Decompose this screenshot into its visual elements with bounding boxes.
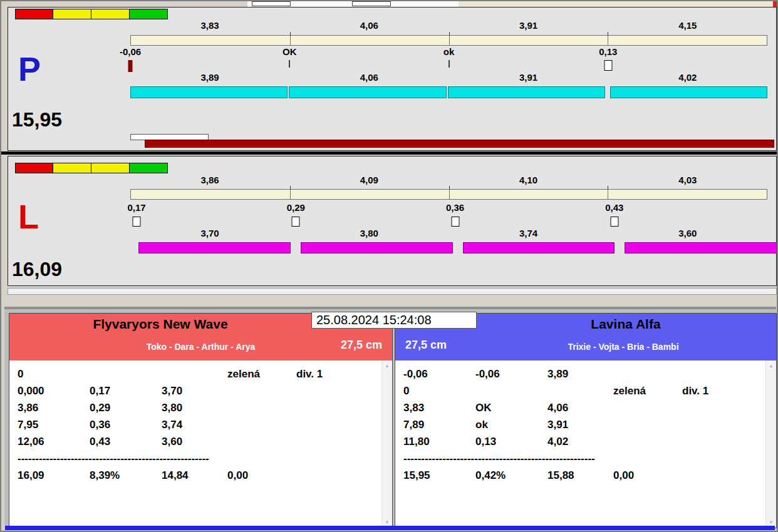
cell: ok — [475, 416, 547, 433]
cell: 3,80 — [162, 399, 227, 416]
lane-bars: 3,86 4,09 4,10 4,03 0,17 0,29 0,36 0,43 — [130, 156, 767, 285]
jump-height: 27,5 cm — [405, 339, 447, 352]
cell — [613, 399, 682, 416]
fault-indicator — [128, 60, 133, 72]
checkbox-marker[interactable] — [292, 217, 300, 227]
split-value: 4,03 — [608, 175, 767, 185]
cell — [296, 467, 392, 484]
upper-split-labels: 3,83 4,06 3,91 4,15 — [130, 20, 767, 31]
split-value: 3,83 — [130, 20, 289, 31]
checkbox-marker[interactable] — [610, 217, 618, 227]
change-value: OK — [283, 46, 297, 57]
bar-divider — [449, 36, 450, 45]
separator-dashes: ----------------------------------------… — [9, 450, 260, 467]
cell: 3,83 — [403, 399, 475, 416]
team-panel-right: Lavina Alfa Trixie - Vojta - Bria - Bamb… — [395, 313, 777, 528]
result-row: 7,89 ok 3,91 — [395, 416, 776, 433]
app-window: P 3,83 4,06 3,91 4,15 -0,06 OK ok 0,13 — [0, 0, 778, 532]
bar-segment — [463, 242, 615, 253]
split-value: 3,70 — [130, 228, 289, 238]
lane-letter: L — [18, 200, 39, 233]
cell: 12,06 — [18, 433, 90, 450]
lower-split-labels: 3,70 3,80 3,74 3,60 — [130, 228, 767, 238]
jump-height: 27,5 cm — [341, 339, 382, 352]
team-name: Lavina Alfa — [475, 317, 776, 332]
split-value: 4,06 — [289, 20, 449, 31]
totals-row: 16,09 8,39% 14,84 0,00 — [9, 467, 392, 484]
checkbox-marker[interactable] — [451, 217, 459, 227]
scale-yellow-box — [53, 9, 91, 19]
cell: zelená — [613, 382, 682, 399]
bottom-taskbar-strip — [5, 526, 775, 530]
bar-divider — [608, 190, 608, 199]
cell: -0,06 — [475, 366, 547, 382]
cell: 15,95 — [403, 467, 475, 484]
cell: 14,84 — [162, 467, 227, 484]
window-top-fragment — [1, 1, 777, 7]
tick-mark — [449, 186, 450, 190]
cell: div. 1 — [296, 366, 392, 382]
checkbox-marker[interactable] — [133, 217, 141, 227]
scroll-down-icon[interactable]: ▼ — [769, 519, 774, 525]
split-value: 4,09 — [289, 175, 449, 185]
cell — [227, 382, 296, 399]
result-row: 3,86 0,29 3,80 — [9, 399, 392, 416]
team-dogs: Toko - Dara - Arthur - Arya — [9, 342, 392, 352]
scale-yellow-box — [53, 163, 91, 173]
timing-lane-l: L 3,86 4,09 4,10 4,03 0,17 0,29 0,36 0,4… — [8, 156, 777, 286]
cell: 7,89 — [403, 416, 475, 433]
window-fragment-box — [252, 1, 291, 6]
result-row: 0,000 0,17 3,70 — [9, 382, 392, 399]
split-value: 3,60 — [608, 228, 767, 238]
cell: 0,00 — [613, 467, 682, 484]
lane-bars: 3,83 4,06 3,91 4,15 -0,06 OK ok 0,13 — [130, 8, 767, 150]
cell: 3,86 — [18, 399, 90, 416]
scroll-down-icon[interactable]: ▼ — [385, 519, 390, 525]
team-name: Flyvaryors New Wave — [9, 317, 311, 332]
scroll-up-icon[interactable]: ▲ — [385, 363, 390, 369]
scroll-up-icon[interactable]: ▲ — [769, 363, 774, 369]
tick-mark — [449, 32, 450, 36]
cell: 16,09 — [18, 467, 90, 484]
empty-progress-strip — [8, 288, 777, 295]
split-value: 3,80 — [289, 228, 449, 238]
scale-yellow-box — [91, 163, 130, 173]
bar-segment — [301, 242, 453, 253]
cell — [296, 399, 392, 416]
result-row: 7,95 0,36 3,74 — [9, 416, 392, 433]
tick-marker — [289, 60, 290, 68]
cell — [682, 399, 776, 416]
cell: 15,88 — [547, 467, 613, 484]
cell: 3,91 — [547, 416, 613, 433]
cell: 4,02 — [547, 433, 613, 450]
cell — [296, 382, 392, 399]
bar-divider — [608, 36, 608, 45]
timing-lane-p: P 3,83 4,06 3,91 4,15 -0,06 OK ok 0,13 — [8, 7, 777, 151]
team-dogs: Trixie - Vojta - Bria - Bambi — [470, 342, 776, 352]
split-value: 4,10 — [449, 175, 608, 185]
background-window-fragment — [459, 1, 773, 7]
tick-mark — [608, 32, 608, 36]
checkbox-marker[interactable] — [604, 60, 612, 71]
cell: 3,89 — [547, 366, 613, 382]
totals-row: 15,95 0,42% 15,88 0,00 — [395, 467, 776, 484]
datetime-display: 25.08.2024 15:24:08 — [311, 312, 477, 329]
cell: 0,00 — [227, 467, 296, 484]
cell — [227, 399, 296, 416]
window-fragment-box — [352, 1, 391, 6]
change-value: 0,13 — [599, 46, 617, 57]
lane-separator — [1, 151, 777, 155]
result-row: 11,80 0,13 4,02 — [395, 433, 776, 450]
split-value: 4,06 — [289, 72, 449, 83]
cell — [162, 366, 227, 382]
bar-segment — [625, 242, 777, 253]
lane-total-time: 16,09 — [12, 259, 62, 279]
scrollbar[interactable]: ▲ ▼ — [765, 361, 776, 528]
change-value: -0,06 — [120, 46, 141, 57]
background-red-fragment — [773, 1, 778, 7]
cell: 11,80 — [403, 433, 475, 450]
upper-bar — [130, 35, 767, 46]
cell: OK — [475, 399, 547, 416]
scrollbar[interactable]: ▲ ▼ — [381, 361, 392, 528]
scale-yellow-box — [91, 9, 130, 19]
